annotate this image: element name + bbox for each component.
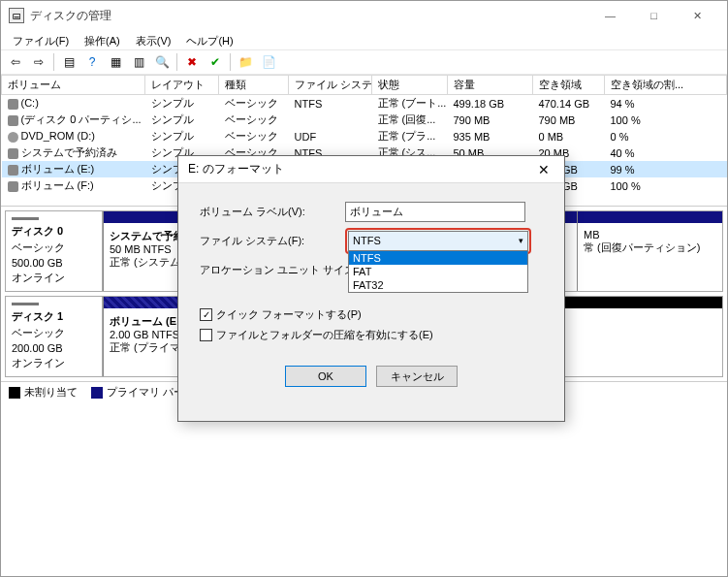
app-icon: 🖴 [9, 8, 24, 23]
disk-1-size: 200.00 GB [12, 342, 96, 354]
chevron-down-icon: ▾ [519, 236, 523, 245]
check-icon[interactable]: ✔ [205, 51, 226, 73]
volume-label-label: ボリューム ラベル(V): [200, 205, 345, 219]
filesystem-label: ファイル システム(F): [200, 234, 345, 248]
window-buttons: — □ ✕ [588, 5, 719, 26]
folder-icon[interactable]: 📁 [235, 51, 256, 73]
maximize-button[interactable]: □ [632, 5, 676, 26]
disk-icon [12, 217, 39, 220]
close-button[interactable]: ✕ [676, 5, 719, 26]
partition-name: システムで予約 [110, 230, 184, 241]
cancel-button[interactable]: キャンセル [376, 366, 458, 387]
table-row[interactable]: (ディスク 0 パーティシ...シンプルベーシック正常 (回復...790 MB… [2, 112, 727, 128]
partition[interactable]: MB常 (回復パーティション) [577, 211, 722, 291]
col-volume[interactable]: ボリューム [2, 76, 145, 95]
filesystem-selected[interactable]: NTFS ▾ [348, 231, 528, 251]
swatch-unalloc-icon [9, 387, 20, 399]
volume-label-input[interactable] [345, 202, 525, 222]
separator [53, 53, 54, 71]
volume-icon [8, 99, 18, 110]
volume-icon [8, 132, 18, 143]
quick-format-label: クイック フォーマットする(P) [216, 307, 362, 322]
column-headers[interactable]: ボリューム レイアウト 種類 ファイル システム 状態 容量 空き領域 空き領域… [2, 76, 727, 95]
partition-size: 2.00 GB NTFS [110, 329, 179, 340]
disk-1-header: ディスク 1 ベーシック 200.00 GB オンライン [6, 297, 103, 376]
volume-icon [8, 115, 18, 126]
minimize-button[interactable]: — [588, 5, 632, 26]
col-fs[interactable]: ファイル システム [289, 76, 372, 95]
fs-option-ntfs[interactable]: NTFS [349, 251, 527, 265]
disk-1-title: ディスク 1 [12, 309, 96, 324]
forward-icon[interactable]: ⇨ [28, 51, 49, 73]
partition-status: 常 (回復パーティション) [584, 241, 700, 253]
filesystem-dropdown: NTFS FAT FAT32 [348, 251, 528, 293]
highlight-outline: NTFS ▾ NTFS FAT FAT32 [345, 228, 531, 254]
col-pct[interactable]: 空き領域の割... [605, 76, 727, 95]
disk-icon [12, 303, 39, 305]
dialog-titlebar: E: のフォーマット ✕ [178, 156, 564, 183]
view-list-icon[interactable]: ▤ [58, 51, 79, 73]
col-cap[interactable]: 容量 [448, 76, 533, 95]
quick-format-checkbox[interactable]: ✓ [200, 308, 212, 321]
delete-icon[interactable]: ✖ [181, 51, 203, 73]
menubar: ファイル(F) 操作(A) 表示(V) ヘルプ(H) [1, 30, 727, 49]
menu-file[interactable]: ファイル(F) [5, 32, 77, 48]
col-status[interactable]: 状態 [372, 76, 448, 95]
partition-name: ボリューム (E:) [110, 315, 183, 327]
col-type[interactable]: 種類 [219, 76, 289, 95]
volume-icon [8, 181, 18, 192]
volume-icon [8, 148, 18, 159]
menu-help[interactable]: ヘルプ(H) [178, 32, 240, 48]
quick-format-row[interactable]: ✓ クイック フォーマットする(P) [200, 307, 543, 322]
disk-1-type: ベーシック [12, 326, 96, 340]
filesystem-value: NTFS [353, 235, 381, 246]
settings-icon[interactable]: 🔍 [151, 51, 173, 73]
col-layout[interactable]: レイアウト [145, 76, 219, 95]
col-free[interactable]: 空き領域 [533, 76, 605, 95]
separator [230, 53, 231, 71]
disk-0-state: オンライン [12, 271, 96, 285]
window-title: ディスクの管理 [30, 8, 588, 24]
disk-0-type: ベーシック [12, 240, 96, 255]
dialog-close-button[interactable]: ✕ [533, 159, 554, 180]
disk-0-size: 500.00 GB [12, 257, 96, 269]
filesystem-combo[interactable]: NTFS ▾ NTFS FAT FAT32 [348, 231, 528, 251]
toolbar: ⇦ ⇨ ▤ ? ▦ ▥ 🔍 ✖ ✔ 📁 📄 [1, 49, 727, 75]
disk-1-state: オンライン [12, 356, 96, 370]
legend-unalloc: 未割り当て [9, 385, 78, 400]
table-row[interactable]: DVD_ROM (D:)シンプルベーシックUDF正常 (プラ...935 MB0… [2, 128, 727, 144]
compress-row[interactable]: ファイルとフォルダーの圧縮を有効にする(E) [200, 328, 543, 342]
volume-icon [8, 165, 18, 176]
compress-label: ファイルとフォルダーの圧縮を有効にする(E) [216, 328, 433, 342]
partition-bar [578, 211, 722, 223]
menu-action[interactable]: 操作(A) [77, 32, 128, 48]
view-top-icon[interactable]: ▦ [105, 51, 126, 73]
disk-0-title: ディスク 0 [12, 224, 96, 239]
partition-size: MB [584, 229, 600, 240]
ok-button[interactable]: OK [285, 366, 366, 387]
back-icon[interactable]: ⇦ [5, 51, 26, 73]
disk-0-header: ディスク 0 ベーシック 500.00 GB オンライン [6, 211, 103, 291]
fs-option-fat[interactable]: FAT [349, 265, 527, 278]
swatch-primary-icon [91, 387, 103, 399]
partition-status: 正常 (システム [110, 256, 180, 268]
dialog-title: E: のフォーマット [188, 161, 533, 177]
titlebar: 🖴 ディスクの管理 — □ ✕ [1, 1, 727, 30]
fs-option-fat32[interactable]: FAT32 [349, 278, 527, 292]
new-icon[interactable]: 📄 [258, 51, 279, 73]
view-bottom-icon[interactable]: ▥ [128, 51, 149, 73]
menu-view[interactable]: 表示(V) [128, 32, 179, 48]
help-icon[interactable]: ? [81, 51, 103, 73]
format-dialog: E: のフォーマット ✕ ボリューム ラベル(V): ファイル システム(F):… [177, 155, 565, 422]
compress-checkbox[interactable] [200, 329, 212, 341]
table-row[interactable]: (C:)シンプルベーシックNTFS正常 (ブート...499.18 GB470.… [2, 95, 727, 112]
separator [176, 53, 177, 71]
partition-size: 50 MB NTFS [110, 243, 172, 255]
